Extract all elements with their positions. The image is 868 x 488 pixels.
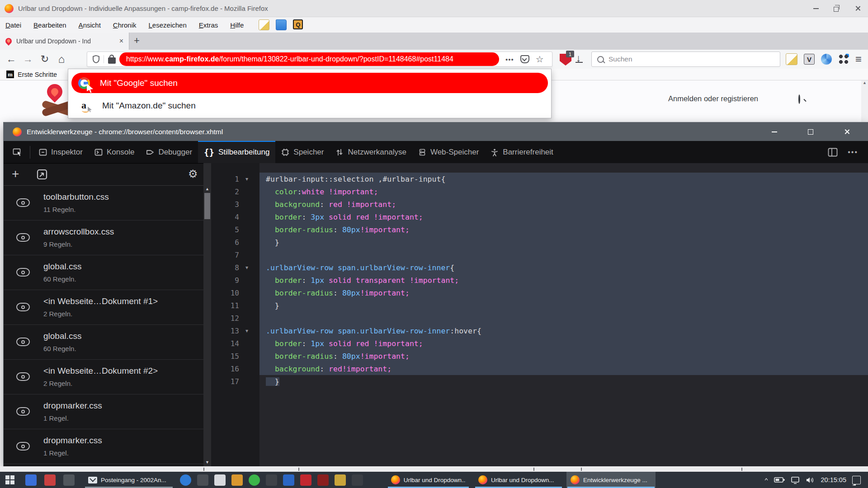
folder-icon[interactable] (276, 19, 287, 30)
stylesheet-item[interactable]: global.css60 Regeln. (4, 325, 203, 360)
menu-lesezeichen[interactable]: Lesezeichen (149, 21, 187, 29)
v-extension-icon[interactable]: V (804, 54, 815, 65)
tab-debugger[interactable]: Debugger (140, 141, 198, 163)
menu-bearbeiten[interactable]: Bearbeiten (33, 21, 66, 29)
quick-search-icon[interactable]: Q (293, 19, 303, 29)
battery-icon[interactable] (774, 476, 785, 483)
menu-hilfe[interactable]: Hilfe (230, 21, 244, 29)
visibility-eye-icon[interactable] (16, 198, 30, 207)
taskbar-button-entwicklerwerkzeuge[interactable]: Entwicklerwerkzeuge ... (566, 472, 656, 488)
quick-launch-dark-icon[interactable] (63, 474, 75, 486)
code-line[interactable] (259, 312, 868, 324)
network-icon[interactable] (791, 476, 800, 484)
new-tab-button[interactable]: + (134, 35, 140, 47)
quick-launch-blue-icon[interactable] (25, 474, 37, 486)
tab-stilbearbeitung[interactable]: {} Stilbearbeitung (198, 141, 275, 163)
login-register-link[interactable]: Anmelden oder registrieren (668, 94, 758, 103)
stylesheet-item[interactable]: <in Webseite…Dokument #2>2 Regeln. (4, 360, 203, 394)
app-photos-icon[interactable] (214, 474, 226, 486)
taskbar-button-urlbar-1[interactable]: Urlbar und Dropdown... (387, 472, 470, 488)
pocket-icon[interactable] (520, 55, 529, 63)
stylesheet-item[interactable]: dropmarker.css1 Regel. (4, 394, 203, 429)
back-button[interactable]: ← (4, 52, 19, 67)
code-line[interactable]: background: red !important; (259, 198, 868, 211)
sidebar-scrollbar[interactable]: ▲ ▼ (203, 163, 211, 466)
stylesheet-item[interactable]: global.css60 Regeln. (4, 255, 203, 290)
code-editor[interactable]: #urlbar-input::selection ,#urlbar-input{… (259, 163, 868, 466)
fold-arrow-icon[interactable]: ▾ (239, 176, 255, 182)
hamburger-menu-icon[interactable]: ≡ (855, 54, 862, 65)
tracking-shield-icon[interactable] (93, 55, 99, 63)
forward-button[interactable]: → (20, 52, 36, 67)
code-line[interactable]: border: 1px solid red !important; (259, 337, 868, 350)
notes-extension-icon[interactable] (786, 53, 797, 65)
devtools-minimize-button[interactable] (763, 122, 786, 141)
import-stylesheet-icon[interactable] (36, 169, 48, 180)
search-input[interactable]: Suchen (591, 52, 780, 67)
tab-close-icon[interactable]: × (119, 37, 123, 45)
stylesheet-item[interactable]: arrowscrollbox.css9 Regeln. (4, 221, 203, 255)
code-line[interactable]: color:white !important; (259, 185, 868, 198)
notes-icon[interactable] (259, 19, 269, 30)
dropdown-row-google[interactable]: Mit "Google" suchen (71, 73, 548, 93)
scroll-up-icon[interactable]: ▲ (203, 187, 211, 191)
devtools-maximize-button[interactable] (799, 122, 822, 141)
gear-icon[interactable]: ⚙ (188, 168, 198, 180)
visibility-eye-icon[interactable] (16, 338, 30, 346)
app-darkred-icon[interactable] (317, 474, 329, 486)
visibility-eye-icon[interactable] (16, 442, 30, 450)
code-line[interactable]: #urlbar-input::selection ,#urlbar-input{ (259, 173, 868, 185)
bookmark-star-icon[interactable]: ☆ (536, 54, 544, 65)
bookmark-erste-schritte[interactable]: Erste Schritte (18, 71, 57, 78)
grid-extension-icon[interactable] (838, 54, 849, 65)
visibility-eye-icon[interactable] (16, 372, 30, 381)
split-panel-icon[interactable] (828, 148, 838, 157)
home-button[interactable]: ⌂ (54, 52, 69, 67)
close-button[interactable] (847, 0, 868, 17)
pick-element-icon[interactable] (10, 141, 25, 163)
page-scrollbar[interactable]: ▲ (861, 80, 868, 122)
minimize-button[interactable] (806, 0, 826, 17)
code-line[interactable]: } (259, 299, 868, 312)
clock[interactable]: 20:15:05 (821, 476, 846, 483)
scrollbar-thumb[interactable] (204, 193, 210, 219)
tab-barrierefreiheit[interactable]: Barrierefreiheit (485, 141, 559, 163)
visibility-eye-icon[interactable] (16, 407, 30, 416)
downloads-icon[interactable]: ↓ (576, 52, 581, 64)
page-search-icon[interactable] (798, 95, 800, 103)
visibility-eye-icon[interactable] (16, 233, 30, 242)
tab-urlbar-und-dropdown[interactable]: Urlbar und Dropdown - Ind × (0, 33, 129, 50)
translate-extension-icon[interactable] (821, 54, 832, 65)
app-dark-1-icon[interactable] (197, 474, 208, 486)
code-line[interactable]: border-radius: 80px!important; (259, 223, 868, 236)
app-orange-icon[interactable] (231, 474, 243, 486)
reload-button[interactable]: ↻ (37, 52, 52, 67)
app-dark-3-icon[interactable] (352, 474, 363, 486)
quick-launch-red-icon[interactable] (44, 474, 56, 486)
scroll-down-icon[interactable]: ▼ (203, 460, 211, 465)
devtools-more-icon[interactable]: ••• (848, 148, 858, 156)
app-red-icon[interactable] (300, 474, 311, 486)
app-edge-icon[interactable] (180, 474, 191, 486)
tab-speicher[interactable]: Speicher (275, 141, 330, 163)
urlbar[interactable]: https://www.camp-firefox.de/forum/thema/… (87, 52, 552, 67)
app-blue-icon[interactable] (283, 474, 294, 486)
start-button[interactable] (5, 475, 14, 484)
devtools-close-button[interactable] (835, 122, 858, 141)
fold-arrow-icon[interactable]: ▾ (239, 264, 255, 271)
action-center-icon[interactable] (852, 476, 861, 484)
tray-expand-icon[interactable]: ^ (765, 477, 768, 483)
code-line[interactable]: border-radius: 80px!important; (259, 350, 868, 362)
code-line[interactable]: border: 3px solid red !important; (259, 211, 868, 223)
stylesheet-item[interactable]: toolbarbutton.css11 Regeln. (4, 186, 203, 221)
page-actions-icon[interactable]: ••• (505, 56, 514, 63)
code-line[interactable]: } (259, 375, 868, 388)
menu-ansicht[interactable]: Ansicht (79, 21, 101, 29)
code-line[interactable]: .urlbarView-row span.urlbarView-row-inne… (259, 261, 868, 274)
url-text[interactable]: https://www.camp-firefox.de/forum/thema/… (119, 52, 499, 66)
scroll-up-icon[interactable]: ▲ (863, 80, 867, 85)
fold-arrow-icon[interactable]: ▾ (239, 328, 255, 334)
code-line[interactable]: border: 1px solid transparent !important… (259, 274, 868, 286)
stylesheet-item[interactable]: dropmarker.css1 Regel. (4, 429, 203, 464)
tab-netzwerkanalyse[interactable]: Netzwerkanalyse (330, 141, 412, 163)
